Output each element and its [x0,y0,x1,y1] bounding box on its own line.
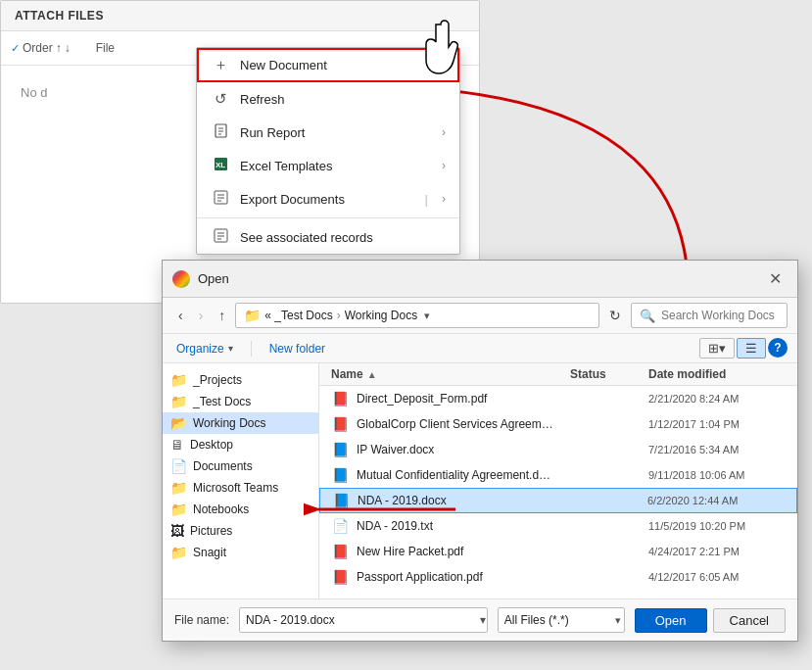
pipe-separator: | [425,192,428,207]
documents-icon: 📄 [170,458,187,474]
file-list: 📕 Direct_Deposit_Form.pdf 2/21/2020 8:24… [319,386,797,598]
file-date-ip-waiver: 7/21/2016 5:34 AM [648,444,786,455]
menu-item-export-documents[interactable]: Export Documents | › [197,182,459,215]
organize-button[interactable]: Organize ▾ [172,340,237,358]
filename-dropdown-button[interactable]: ▾ [480,613,486,627]
word-icon-mutual-conf: 📘 [331,467,349,483]
view-grid-button[interactable]: ⊞▾ [699,338,735,359]
file-row-passport[interactable]: 📕 Passport Application.pdf 4/12/2017 6:0… [319,564,797,590]
dialog-action-buttons: Open Cancel [635,608,786,633]
sort-down-icon: ↓ [65,41,71,55]
filename-label: File name: [174,613,229,627]
search-box[interactable]: 🔍 [631,303,788,328]
dialog-nav-bar: ‹ › ↑ 📁 « _Test Docs › Working Docs ▾ ↻ … [163,298,797,334]
file-name-nda-txt: NDA - 2019.txt [357,519,554,533]
report-icon [211,123,230,141]
menu-item-refresh[interactable]: ↺ Refresh [197,82,459,116]
col-date-label: Date modified [648,367,726,381]
sort-up-icon: ↑ [56,41,62,55]
menu-item-new-document[interactable]: ＋ New Document [197,48,459,82]
file-date-direct-deposit: 2/21/2020 8:24 AM [648,393,786,405]
menu-label-run-report: Run Report [240,125,432,140]
file-date-passport: 4/12/2017 6:05 AM [648,571,786,583]
breadcrumb-working-docs: Working Docs [345,309,417,322]
search-input[interactable] [661,309,779,322]
file-col-label: File [96,41,115,55]
col-header-date: Date modified [648,367,786,381]
chevron-right-icon-3: › [442,192,446,206]
tree-item-documents[interactable]: 📄 Documents [163,455,318,477]
nav-forward-button[interactable]: › [193,305,210,326]
help-button[interactable]: ? [768,338,788,358]
file-row-direct-deposit[interactable]: 📕 Direct_Deposit_Form.pdf 2/21/2020 8:24… [319,386,797,411]
sort-arrow-icon: ▲ [367,369,377,380]
menu-item-see-associated[interactable]: See associated records [197,220,459,254]
menu-label-see-associated: See associated records [240,230,446,245]
pdf-icon-new-hire: 📕 [331,544,349,559]
attach-files-header: ATTACH FILES [1,1,479,31]
dialog-close-button[interactable]: ✕ [763,267,788,290]
dialog-bottom-bar: File name: ▾ All Files (*.*) ▾ Open Canc… [163,598,797,641]
organize-label: Organize [176,342,224,356]
col-header-name[interactable]: Name ▲ [331,367,570,381]
tree-label-documents: Documents [193,459,253,473]
new-folder-button[interactable]: New folder [265,340,329,358]
tree-item-projects[interactable]: 📁 _Projects [163,369,318,391]
word-icon-ip-waiver: 📘 [331,442,349,457]
nav-refresh-button[interactable]: ↻ [603,305,627,326]
menu-divider [197,217,459,218]
excel-icon: XL [211,157,230,174]
file-row-nda-2019[interactable]: 📘 NDA - 2019.docx 6/2/2020 12:44 AM [319,488,797,513]
tree-label-test-docs: _Test Docs [193,395,251,408]
tree-item-test-docs[interactable]: 📁 _Test Docs [163,391,318,412]
sort-order: ✓ Order ↑ ↓ [11,41,71,55]
tree-item-ms-teams[interactable]: 📁 Microsoft Teams [163,477,318,499]
menu-label-refresh: Refresh [240,92,446,107]
file-date-mutual-conf: 9/11/2018 10:06 AM [648,469,786,481]
dialog-title-text: Open [198,271,229,286]
tree-item-pictures[interactable]: 🖼 Pictures [163,520,318,542]
tree-item-desktop[interactable]: 🖥 Desktop [163,434,318,455]
view-list-button[interactable]: ☰ [737,338,766,359]
file-row-new-hire[interactable]: 📕 New Hire Packet.pdf 4/24/2017 2:21 PM [319,539,797,564]
filetype-select-wrapper: All Files (*.*) ▾ [498,607,625,633]
file-name-passport: Passport Application.pdf [357,570,554,584]
folder-icon-test-docs: 📁 [170,394,187,409]
chevron-right-icon-2: › [442,159,446,172]
breadcrumb-bar: 📁 « _Test Docs › Working Docs ▾ [235,303,599,328]
file-date-nda-txt: 11/5/2019 10:20 PM [648,520,786,532]
associated-icon [211,228,230,246]
nav-up-button[interactable]: ↑ [213,305,231,326]
menu-item-run-report[interactable]: Run Report › [197,116,459,149]
file-date-new-hire: 4/24/2017 2:21 PM [648,546,786,557]
context-menu: ＋ New Document ↺ Refresh Run Report › XL… [196,47,460,255]
menu-item-excel-templates[interactable]: XL Excel Templates › [197,149,459,182]
breadcrumb-dropdown-button[interactable]: ▾ [421,310,433,322]
file-name-direct-deposit: Direct_Deposit_Form.pdf [357,392,554,406]
tree-item-snagit[interactable]: 📁 Snagit [163,542,318,563]
file-row-mutual-conf[interactable]: 📘 Mutual Confidentiality Agreement.docx … [319,462,797,488]
desktop-icon: 🖥 [170,437,184,453]
file-row-nda-txt[interactable]: 📄 NDA - 2019.txt 11/5/2019 10:20 PM [319,513,797,539]
tree-item-notebooks[interactable]: 📁 Notebooks [163,499,318,520]
filetype-select[interactable]: All Files (*.*) [498,607,625,633]
file-row-ip-waiver[interactable]: 📘 IP Waiver.docx 7/21/2016 5:34 AM [319,437,797,462]
file-row-globalcorp[interactable]: 📕 GlobalCorp Client Services Agreement.p… [319,411,797,437]
nav-back-button[interactable]: ‹ [172,305,189,326]
file-date-globalcorp: 1/12/2017 1:04 PM [648,418,786,430]
tree-label-working-docs: Working Docs [193,416,265,430]
file-open-dialog: Open ✕ ‹ › ↑ 📁 « _Test Docs › Working Do… [162,260,798,642]
tree-item-working-docs[interactable]: 📂 Working Docs [163,412,318,434]
filename-input-wrapper: ▾ [239,607,488,633]
filename-input[interactable] [239,607,488,633]
dialog-titlebar: Open ✕ [163,261,797,298]
cancel-button[interactable]: Cancel [713,608,786,633]
open-button[interactable]: Open [635,608,707,633]
txt-icon-nda: 📄 [331,518,349,534]
tree-label-notebooks: Notebooks [193,502,249,516]
tree-label-pictures: Pictures [190,524,232,538]
col-name-label: Name [331,367,363,381]
file-list-panel: Name ▲ Status Date modified 📕 Direct_Dep… [319,363,797,598]
folder-icon-ms-teams: 📁 [170,480,187,496]
folder-icon-notebooks: 📁 [170,502,187,517]
